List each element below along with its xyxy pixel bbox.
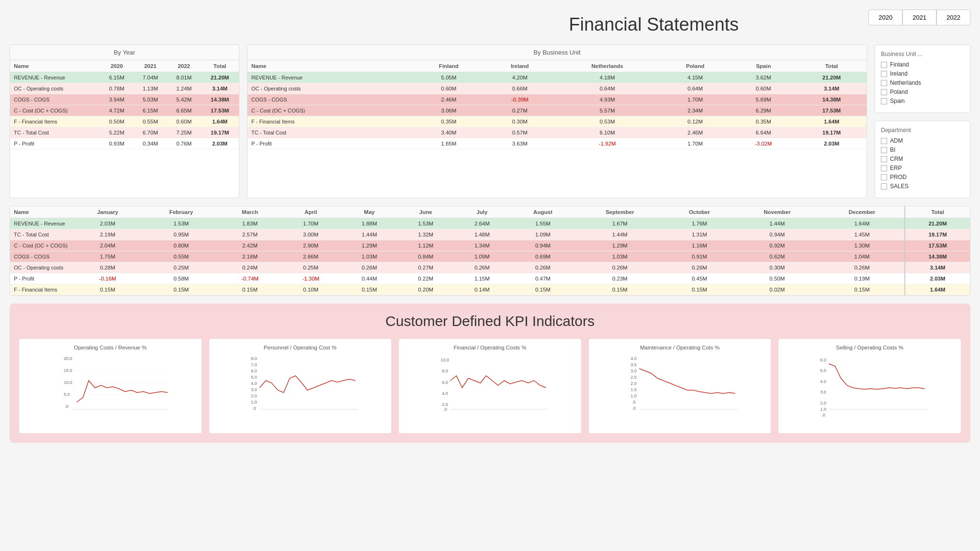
table-cell: 1.55M xyxy=(510,218,575,229)
adm-label: ADM xyxy=(890,137,903,144)
table-cell: 6.64M xyxy=(730,127,797,138)
svg-text:4.0: 4.0 xyxy=(631,356,637,361)
table-cell: 0.20M xyxy=(397,284,454,295)
table-cell: P - Profit xyxy=(10,273,72,284)
table-cell: 1.09M xyxy=(510,229,575,240)
month-col-dec: December xyxy=(820,206,905,218)
col-2022: 2022 xyxy=(167,60,201,72)
bu-col-total: Total xyxy=(797,60,867,72)
table-cell: COGS - COGS xyxy=(10,94,100,105)
bi-label: BI xyxy=(890,146,895,153)
table-cell: 2.42M xyxy=(219,240,280,251)
filter-prod[interactable]: PROD xyxy=(881,174,964,180)
table-cell: 0.94M xyxy=(510,240,575,251)
kpi-chart-5-svg: 6.0 5.0 4.0 3.0 2.0 1.0 .0 xyxy=(784,354,955,426)
table-cell: TC - Total Cost xyxy=(10,229,72,240)
filter-spain[interactable]: Spain xyxy=(881,98,964,104)
table-cell: 0.26M xyxy=(575,262,664,273)
filter-sales[interactable]: SALES xyxy=(881,183,964,190)
dept-filter-title: Department xyxy=(881,127,964,134)
filter-ireland[interactable]: Ireland xyxy=(881,70,964,77)
adm-checkbox[interactable] xyxy=(881,138,887,144)
table-cell: 0.84M xyxy=(397,251,454,262)
table-cell: 0.15M xyxy=(72,284,143,295)
svg-text:4.0: 4.0 xyxy=(442,391,448,396)
table-cell: 0.27M xyxy=(485,105,554,116)
table-cell: 3.63M xyxy=(485,138,554,149)
bu-col-poland: Poland xyxy=(660,60,730,72)
svg-text:1.0: 1.0 xyxy=(821,407,827,412)
table-row: F - Financial Items0.35M0.30M0.53M0.12M0… xyxy=(248,116,867,127)
table-cell: 3.62M xyxy=(730,72,797,83)
prod-checkbox[interactable] xyxy=(881,174,887,180)
table-cell: 4.15M xyxy=(660,72,730,83)
netherlands-label: Netherlands xyxy=(890,79,921,86)
svg-text:.0: .0 xyxy=(443,407,447,412)
table-cell: 0.53M xyxy=(554,116,660,127)
year-btn-2022[interactable]: 2022 xyxy=(936,10,970,25)
ireland-checkbox[interactable] xyxy=(881,71,887,77)
erp-checkbox[interactable] xyxy=(881,165,887,171)
table-cell: 1.09M xyxy=(454,251,510,262)
table-cell: 0.80M xyxy=(143,240,219,251)
table-row: COGS - COGS3.94M5.03M5.42M14.38M xyxy=(10,94,239,105)
table-cell: 17.53M xyxy=(201,105,239,116)
table-cell: 0.95M xyxy=(143,229,219,240)
filter-netherlands[interactable]: Netherlands xyxy=(881,79,964,86)
col-name: Name xyxy=(10,60,100,72)
filter-crm[interactable]: CRM xyxy=(881,156,964,162)
table-cell: 0.26M xyxy=(820,262,905,273)
svg-text:15.0: 15.0 xyxy=(64,368,72,373)
svg-text:3.0: 3.0 xyxy=(631,369,637,373)
filter-adm[interactable]: ADM xyxy=(881,137,964,144)
table-cell: 0.22M xyxy=(397,273,454,284)
table-cell: 2.18M xyxy=(219,251,280,262)
table-cell: 0.28M xyxy=(72,262,143,273)
bi-checkbox[interactable] xyxy=(881,147,887,153)
table-cell: P - Profit xyxy=(10,138,100,149)
year-btn-2021[interactable]: 2021 xyxy=(902,10,936,25)
table-cell: 0.60M xyxy=(412,83,485,94)
header: Financial Statements 2020 2021 2022 xyxy=(10,10,970,35)
table-row: P - Profit0.93M0.34M0.76M2.03M xyxy=(10,138,239,149)
spain-checkbox[interactable] xyxy=(881,98,887,104)
table-cell: 1.03M xyxy=(575,251,664,262)
filter-bi[interactable]: BI xyxy=(881,146,964,153)
table-cell: 0.44M xyxy=(341,273,398,284)
table-cell: 2.19M xyxy=(72,229,143,240)
svg-text:8.0: 8.0 xyxy=(442,369,448,373)
poland-checkbox[interactable] xyxy=(881,89,887,95)
year-btn-2020[interactable]: 2020 xyxy=(868,10,902,25)
table-cell: 2.03M xyxy=(201,138,239,149)
table-cell: 0.30M xyxy=(485,116,554,127)
table-cell: 4.93M xyxy=(554,94,660,105)
svg-text:1.5: 1.5 xyxy=(631,387,637,392)
table-cell: 0.69M xyxy=(510,251,575,262)
finland-checkbox[interactable] xyxy=(881,62,887,68)
svg-text:2.5: 2.5 xyxy=(631,375,637,380)
kpi-section: Customer Defined KPI Indicators Operatin… xyxy=(10,304,970,443)
kpi-chart-2-title: Personnel / Operating Cost % xyxy=(215,345,386,350)
netherlands-checkbox[interactable] xyxy=(881,80,887,86)
filter-poland[interactable]: Poland xyxy=(881,89,964,95)
crm-checkbox[interactable] xyxy=(881,156,887,162)
kpi-charts-container: Operating Costs / Revenue % 20.0 15.0 10… xyxy=(19,339,961,433)
filter-erp[interactable]: ERP xyxy=(881,165,964,171)
by-bu-table-card: By Business Unit Name Finland Ireland Ne… xyxy=(247,45,867,198)
table-cell: 0.25M xyxy=(143,262,219,273)
table-cell: 1.70M xyxy=(281,218,341,229)
table-cell: 1.44M xyxy=(341,229,398,240)
kpi-chart-2: Personnel / Operating Cost % 8.0 7.0 6.0… xyxy=(209,339,392,433)
sales-checkbox[interactable] xyxy=(881,183,887,190)
table-cell: 2.03M xyxy=(797,138,867,149)
filter-finland[interactable]: Finland xyxy=(881,61,964,68)
table-cell: 0.25M xyxy=(281,262,341,273)
table-cell: 1.48M xyxy=(454,229,510,240)
month-col-oct: October xyxy=(664,206,734,218)
table-cell: F - Financial Items xyxy=(10,116,100,127)
bu-col-ireland: Ireland xyxy=(485,60,554,72)
table-cell: 4.20M xyxy=(485,72,554,83)
svg-text:.0: .0 xyxy=(632,406,636,411)
by-bu-table: Name Finland Ireland Netherlands Poland … xyxy=(248,60,867,149)
table-cell: 3.14M xyxy=(905,262,970,273)
